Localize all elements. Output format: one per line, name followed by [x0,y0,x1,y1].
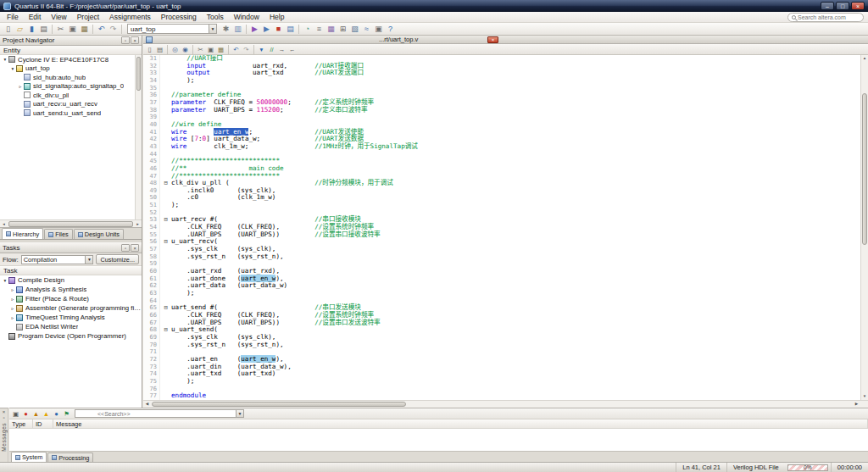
scroll-left-icon[interactable]: ◀ [143,401,151,408]
code-line[interactable]: 77endmodule [143,392,860,400]
code-line[interactable]: 67 .UART_BPS (UART_BPS)) //设置串口发送波特率 [143,319,860,327]
warning-filter-icon[interactable]: ▲ [42,409,51,419]
code-line[interactable]: 75 ); [143,378,860,386]
flag-filter-icon[interactable]: ⚑ [62,409,71,419]
minimize-button[interactable]: – [821,2,834,10]
menu-assignments[interactable]: Assignments [104,13,156,21]
help-icon[interactable]: ? [385,24,396,35]
code-line[interactable]: 76 [143,386,860,393]
message-column-id[interactable]: ID [33,419,53,428]
dock-icon[interactable]: ▫ [121,244,130,252]
messages-body[interactable] [9,429,868,451]
new-doc-icon[interactable]: ▯ [145,45,154,54]
code-line[interactable]: 33 output uart_txd //UART发送端口 [143,69,860,77]
messages-search-box[interactable]: <<Search>> ▼ [75,409,244,418]
close-panel-icon[interactable]: × [131,244,139,252]
redo-icon[interactable]: ↷ [242,45,251,54]
task-item[interactable]: EDA Netlist Writer [0,322,142,331]
search-input[interactable] [798,14,859,20]
settings-icon[interactable]: ✱ [220,24,231,35]
scroll-up-icon[interactable]: ▲ [861,55,868,62]
save-icon[interactable]: ▮ [26,24,37,35]
project-tree-item[interactable]: uart_recv:u_uart_recv [0,100,142,109]
programmer-icon[interactable]: ▧ [349,24,360,35]
chevron-down-icon[interactable]: ▼ [85,256,92,264]
filter-all-icon[interactable]: ▣ [11,409,20,419]
netlist-viewer-icon[interactable]: ≡ [314,24,325,35]
project-tree-item[interactable]: sld_hub:auto_hub [0,73,142,82]
code-line[interactable]: 55 .UART_BPS (UART_BPS)) //设置串口接收波特率 [143,231,860,239]
project-tree-item[interactable]: ▾uart_top [0,64,142,74]
flow-dropdown[interactable]: Compilation ▼ [21,255,94,264]
copy-icon[interactable]: ▣ [206,45,215,54]
redo-icon[interactable]: ↷ [108,24,119,35]
task-item[interactable]: Program Device (Open Programmer) [0,331,142,341]
tab-files[interactable]: Files [44,229,72,239]
pin-planner-icon[interactable]: ⊞ [337,24,348,35]
paste-icon[interactable]: ▦ [216,45,225,54]
dock-icon[interactable]: ▫ [121,36,130,44]
code-line[interactable]: 43wire clk_1m_w; //1MHz时钟，用于SignalTap调试 [143,143,860,151]
fold-marker-icon[interactable]: ⊟ [160,326,171,334]
tab-system[interactable]: System [11,452,47,462]
code-line[interactable]: 39 [143,114,860,121]
compilation-report-icon[interactable]: ▤ [285,24,296,35]
indent-icon[interactable]: → [277,45,287,54]
fold-marker-icon[interactable]: ⊟ [160,304,171,312]
task-item[interactable]: ▹TimeQuest Timing Analysis [0,313,142,322]
project-tree-item[interactable]: clk_div:u_pll [0,91,142,100]
scroll-right-icon[interactable]: ▶ [853,401,860,408]
scrollbar-thumb[interactable] [136,57,141,91]
menu-help[interactable]: Help [264,13,289,21]
undo-icon[interactable]: ↶ [96,24,107,35]
menu-window[interactable]: Window [229,13,264,21]
scroll-right-icon[interactable]: ▸ [134,221,142,226]
code-line[interactable]: 63 ); [143,290,860,297]
scroll-left-icon[interactable]: ◂ [0,221,8,226]
expand-arrow-icon[interactable]: ▹ [9,315,16,320]
start-compilation-icon[interactable]: ▶ [249,24,260,35]
maximize-button[interactable]: □ [836,2,849,10]
fold-marker-icon[interactable]: ⊟ [160,238,171,246]
assignment-editor-icon[interactable]: ▥ [232,24,243,35]
find-icon[interactable]: ◎ [170,45,180,54]
altera-search-box[interactable] [787,13,864,22]
code-line[interactable]: 70 .sys_rst_n (sys_rst_n), [143,342,860,349]
code-editor[interactable]: 31 //UART接口32 input uart_rxd, //UART接收端口… [143,55,868,400]
close-panel-icon[interactable]: × [131,36,139,44]
error-filter-icon[interactable]: ● [21,409,31,419]
code-line[interactable]: 51); [143,202,860,209]
stop-processing-icon[interactable]: ■ [273,24,284,35]
tab-processing[interactable]: Processing [47,453,93,462]
chevron-down-icon[interactable]: ▼ [209,25,216,33]
expand-arrow-icon[interactable]: ▹ [9,287,16,292]
project-tree-item[interactable]: uart_send:u_uart_send [0,108,142,118]
project-tree-item[interactable]: ▾Cyclone IV E: EP4CE10F17C8 [0,55,142,64]
task-item[interactable]: ▾Compile Design [0,275,142,285]
fold-marker-icon[interactable]: ⊟ [160,216,171,224]
collapse-arrow-icon[interactable]: ▾ [9,66,16,71]
code-line[interactable]: 58 .sys_rst_n (sys_rst_n), [143,253,860,261]
navigator-vscrollbar[interactable] [135,55,142,219]
navigator-hscrollbar[interactable]: ◂ ▸ [0,219,142,227]
paste-icon[interactable]: ▦ [79,24,90,35]
comment-icon[interactable]: // [267,45,276,54]
close-button[interactable]: × [851,2,865,10]
scrollbar-thumb[interactable] [8,221,133,227]
code-line[interactable]: 38parameter UART_BPS = 115200; //定义串口波特率 [143,107,860,114]
project-dropdown[interactable]: uart_top ▼ [127,24,217,34]
collapse-arrow-icon[interactable]: ▾ [2,57,8,62]
customize-button[interactable]: Customize... [96,254,139,264]
title-bar[interactable]: Quartus II 64-Bit - F:/project/uart/par/… [0,0,868,12]
expand-arrow-icon[interactable]: ▹ [9,306,16,311]
task-column-header[interactable]: Task [0,266,142,275]
scrollbar-thumb[interactable] [862,93,867,245]
open-folder-icon[interactable]: ▱ [14,24,25,35]
scroll-down-icon[interactable]: ▼ [861,393,868,400]
copy-icon[interactable]: ▣ [67,24,78,35]
signaltap-icon[interactable]: ≈ [361,24,372,35]
find-next-icon[interactable]: ◉ [181,45,190,54]
document-title-bar[interactable]: ...rt/uart_top.v × [143,36,868,44]
expand-arrow-icon[interactable]: ▹ [9,297,16,302]
chip-planner-icon[interactable]: ▦ [326,24,337,35]
